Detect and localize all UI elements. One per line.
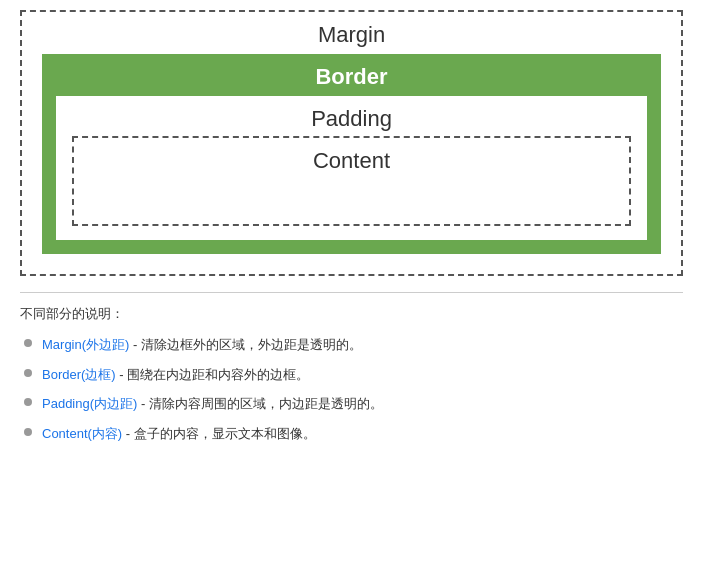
bullet-icon — [24, 398, 32, 406]
list-item: Border(边框) - 围绕在内边距和内容外的边框。 — [20, 365, 683, 385]
list-item: Content(内容) - 盒子的内容，显示文本和图像。 — [20, 424, 683, 444]
desc-text: - 盒子的内容，显示文本和图像。 — [122, 426, 316, 441]
border-label: Border — [56, 64, 647, 90]
desc-text: - 清除边框外的区域，外边距是透明的。 — [129, 337, 362, 352]
list-item: Margin(外边距) - 清除边框外的区域，外边距是透明的。 — [20, 335, 683, 355]
term: Content(内容) — [42, 426, 122, 441]
content-label: Content — [90, 148, 613, 174]
bullet-icon — [24, 369, 32, 377]
diagram-area: Margin Border Padding Content — [20, 10, 683, 276]
description-section: 不同部分的说明： Margin(外边距) - 清除边框外的区域，外边距是透明的。… — [20, 292, 683, 443]
padding-box: Padding Content — [56, 96, 647, 240]
list-item: Padding(内边距) - 清除内容周围的区域，内边距是透明的。 — [20, 394, 683, 414]
content-box: Content — [72, 136, 631, 226]
term: Border(边框) — [42, 367, 116, 382]
margin-label: Margin — [42, 22, 661, 48]
bullet-icon — [24, 428, 32, 436]
term: Margin(外边距) — [42, 337, 129, 352]
desc-text: - 围绕在内边距和内容外的边框。 — [116, 367, 310, 382]
padding-label: Padding — [72, 106, 631, 132]
term: Padding(内边距) — [42, 396, 137, 411]
border-box: Border Padding Content — [42, 54, 661, 254]
desc-text: - 清除内容周围的区域，内边距是透明的。 — [137, 396, 383, 411]
bullet-icon — [24, 339, 32, 347]
description-title: 不同部分的说明： — [20, 305, 683, 323]
description-list: Margin(外边距) - 清除边框外的区域，外边距是透明的。Border(边框… — [20, 335, 683, 443]
